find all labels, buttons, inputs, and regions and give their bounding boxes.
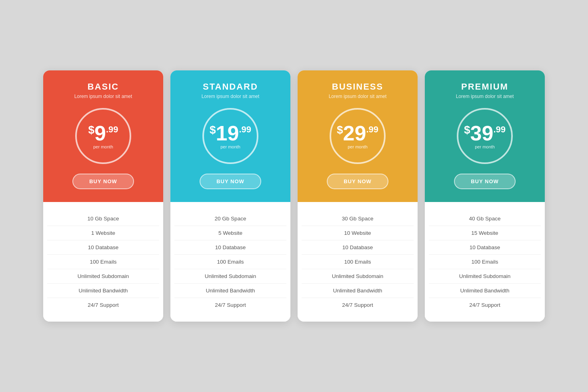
card-header-business: BUSINESSLorem ipsum dolor sit amet$29.99… [298,70,418,202]
plan-tagline-premium: Lorem ipsum dolor sit amet [456,94,514,99]
feature-item-basic-3: 100 Emails [47,255,159,269]
feature-item-basic-4: Unlimited Subdomain [47,269,159,284]
price-dollar-basic: $ [88,124,94,136]
price-period-basic: per month [93,144,113,149]
feature-item-standard-5: Unlimited Bandwidth [174,284,286,298]
feature-item-premium-4: Unlimited Subdomain [429,269,541,284]
buy-button-standard[interactable]: BUY NOW [200,174,261,189]
card-header-basic: BASICLorem ipsum dolor sit amet$9.99per … [43,70,163,202]
plan-name-basic: BASIC [88,82,119,92]
price-amount-business: $29.99 [337,123,378,144]
price-period-standard: per month [220,144,240,149]
price-circle-premium: $39.99per month [457,108,513,164]
feature-item-business-0: 30 Gb Space [302,212,414,226]
feature-item-standard-3: 100 Emails [174,255,286,269]
feature-item-basic-2: 10 Database [47,240,159,255]
price-amount-basic: $9.99 [88,123,118,144]
feature-item-standard-6: 24/7 Support [174,298,286,312]
feature-item-business-3: 100 Emails [302,255,414,269]
feature-item-basic-5: Unlimited Bandwidth [47,284,159,298]
plan-tagline-standard: Lorem ipsum dolor sit amet [202,94,260,99]
feature-item-premium-3: 100 Emails [429,255,541,269]
feature-item-premium-2: 10 Database [429,240,541,255]
price-cents-premium: .99 [493,125,506,134]
price-circle-business: $29.99per month [330,108,386,164]
card-header-standard: STANDARDLorem ipsum dolor sit amet$19.99… [170,70,290,202]
feature-item-basic-6: 24/7 Support [47,298,159,312]
price-dollar-standard: $ [210,124,216,136]
feature-item-premium-1: 15 Website [429,226,541,240]
feature-item-business-4: Unlimited Subdomain [302,269,414,284]
plan-tagline-business: Lorem ipsum dolor sit amet [329,94,387,99]
plan-name-standard: STANDARD [203,82,258,92]
price-cents-business: .99 [366,125,378,134]
pricing-card-basic: BASICLorem ipsum dolor sit amet$9.99per … [43,70,163,322]
plan-name-premium: PREMIUM [461,82,508,92]
price-circle-standard: $19.99per month [202,108,258,164]
feature-item-premium-0: 40 Gb Space [429,212,541,226]
feature-item-basic-1: 1 Website [47,226,159,240]
pricing-card-premium: PREMIUMLorem ipsum dolor sit amet$39.99p… [425,70,545,322]
price-period-premium: per month [475,144,495,149]
plan-name-business: BUSINESS [332,82,383,92]
price-main-premium: 39 [470,123,494,144]
pricing-card-standard: STANDARDLorem ipsum dolor sit amet$19.99… [170,70,290,322]
feature-item-standard-1: 5 Website [174,226,286,240]
card-features-business: 30 Gb Space10 Website10 Database100 Emai… [298,202,418,322]
feature-item-business-1: 10 Website [302,226,414,240]
pricing-card-business: BUSINESSLorem ipsum dolor sit amet$29.99… [298,70,418,322]
price-period-business: per month [348,144,368,149]
feature-item-standard-0: 20 Gb Space [174,212,286,226]
plan-tagline-basic: Lorem ipsum dolor sit amet [74,94,132,99]
feature-item-standard-2: 10 Database [174,240,286,255]
buy-button-basic[interactable]: BUY NOW [72,174,134,189]
price-amount-standard: $19.99 [210,123,251,144]
feature-item-business-6: 24/7 Support [302,298,414,312]
price-main-standard: 19 [216,123,239,144]
card-features-premium: 40 Gb Space15 Website10 Database100 Emai… [425,202,545,322]
buy-button-business[interactable]: BUY NOW [327,174,388,189]
feature-item-business-5: Unlimited Bandwidth [302,284,414,298]
feature-item-standard-4: Unlimited Subdomain [174,269,286,284]
pricing-container: BASICLorem ipsum dolor sit amet$9.99per … [27,54,561,338]
price-main-business: 29 [343,123,366,144]
price-cents-basic: .99 [106,125,118,134]
feature-item-basic-0: 10 Gb Space [47,212,159,226]
feature-item-business-2: 10 Database [302,240,414,255]
card-features-standard: 20 Gb Space5 Website10 Database100 Email… [170,202,290,322]
price-circle-basic: $9.99per month [75,108,131,164]
price-cents-standard: .99 [239,125,251,134]
card-header-premium: PREMIUMLorem ipsum dolor sit amet$39.99p… [425,70,545,202]
price-dollar-premium: $ [464,124,470,136]
price-main-basic: 9 [94,123,106,144]
feature-item-premium-5: Unlimited Bandwidth [429,284,541,298]
card-features-basic: 10 Gb Space1 Website10 Database100 Email… [43,202,163,322]
feature-item-premium-6: 24/7 Support [429,298,541,312]
price-dollar-business: $ [337,124,343,136]
price-amount-premium: $39.99 [464,123,506,144]
buy-button-premium[interactable]: BUY NOW [454,174,516,189]
